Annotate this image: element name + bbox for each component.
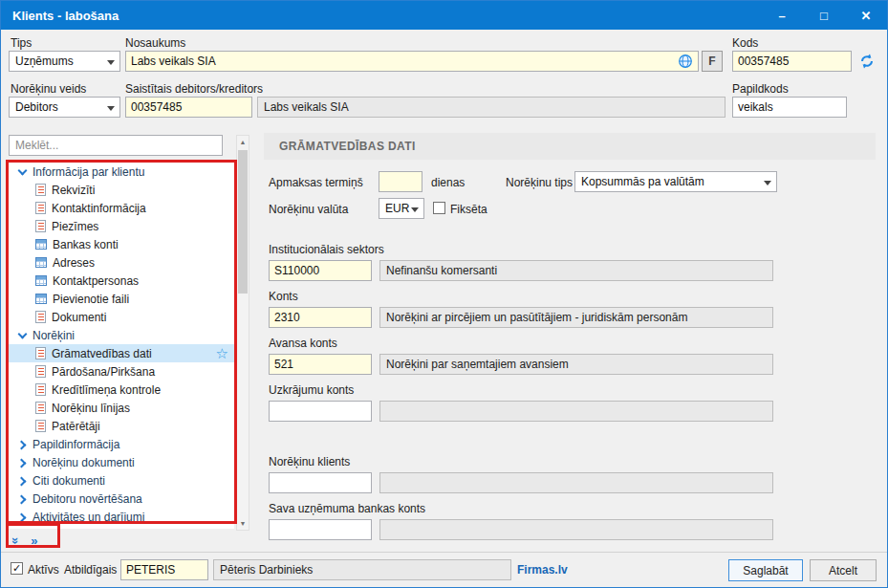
fikseta-checkbox[interactable] — [433, 202, 445, 214]
scrollbar-thumb[interactable] — [238, 150, 248, 294]
tree-item-label: Bankas konti — [53, 238, 119, 251]
tree-item-label: Norēķinu līnijas — [52, 402, 130, 415]
tree-item-informacija-par-klientu[interactable]: Informācija par klientu — [9, 163, 234, 181]
close-button[interactable]: ✕ — [845, 1, 887, 30]
norekinu-valuta-label: Norēķinu valūta — [269, 203, 348, 216]
maximize-button[interactable]: □ — [803, 1, 845, 30]
norekinu-veids-select[interactable]: Debitors — [9, 97, 120, 118]
collapse-double-chevron-right-icon[interactable]: » — [31, 534, 37, 547]
chevron-right-icon — [18, 476, 27, 485]
sektors-label: Institucionālais sektors — [269, 243, 384, 256]
tree-item-rekviziti[interactable]: Rekvizīti — [9, 181, 234, 199]
chevron-down-icon — [764, 181, 771, 185]
apmaksas-input[interactable] — [379, 171, 422, 192]
sidebar: Informācija par klientu Rekvizīti Kontak… — [9, 133, 249, 554]
bankas-konts-label: Sava uzņēmuma bankas konts — [269, 502, 425, 515]
tree-item-piezimes[interactable]: Piezīmes — [9, 217, 234, 235]
norekinu-klients-label: Norēķinu klients — [269, 455, 350, 468]
document-icon — [35, 383, 46, 396]
document-icon — [35, 365, 46, 378]
tree-item-debitoru-novertesana[interactable]: Debitoru novērtēšana — [9, 490, 234, 508]
tree-item-label: Kontaktinformācija — [52, 202, 146, 215]
tree-item-dokumenti[interactable]: Dokumenti — [9, 308, 234, 326]
minimize-button[interactable]: – — [761, 1, 803, 30]
avansa-name-field: Norēķini par saņemtajiem avansiem — [379, 354, 773, 375]
tree-item-label: Aktivitātes un darījumi — [32, 511, 144, 524]
atbildigais-code-input[interactable] — [120, 559, 208, 580]
section-title: GRĀMATVEDĪBAS DATI — [279, 140, 416, 153]
avansa-code-input[interactable] — [269, 354, 372, 375]
tree-item-pievienotie-faili[interactable]: Pievienotie faili — [9, 290, 234, 308]
norekinu-klients-name-field — [379, 472, 773, 493]
footer-divider — [1, 552, 887, 553]
tree-item-norekini[interactable]: Norēķini — [9, 326, 234, 344]
tips-value: Uzņēmums — [15, 54, 74, 68]
norekinu-klients-code-input[interactable] — [269, 472, 372, 493]
tree-item-kontaktinformacija[interactable]: Kontaktinformācija — [9, 199, 234, 217]
konts-code-input[interactable] — [269, 307, 372, 328]
tree-item-kreditlimena-kontrole[interactable]: Kredītlīmeņa kontrole — [9, 381, 234, 399]
tree-item-label: Norēķinu dokumenti — [32, 456, 135, 469]
valuta-value: EUR — [385, 202, 409, 215]
cancel-button[interactable]: Atcelt — [810, 559, 877, 581]
nosaukums-label: Nosaukums — [125, 36, 185, 50]
tree-item-gramatvedibas-dati[interactable]: Grāmatvedības dati☆ — [9, 344, 234, 362]
document-icon — [35, 420, 46, 432]
tree-item-label: Adreses — [53, 256, 95, 270]
chevron-down-icon — [411, 207, 419, 212]
nosaukums-input[interactable] — [125, 51, 699, 72]
tree-item-label: Citi dokumenti — [32, 474, 105, 488]
scroll-up-icon[interactable]: ▲ — [237, 136, 249, 148]
aktivs-checkbox[interactable]: ✓ — [11, 562, 23, 575]
tree-item-pateretaji[interactable]: Patērētāji — [9, 417, 234, 435]
save-button[interactable]: Saglabāt — [728, 559, 803, 581]
sektors-code-input[interactable] — [269, 260, 372, 281]
sektors-name-field: Nefinanšu komersanti — [379, 260, 773, 281]
table-icon — [35, 257, 47, 268]
saistitais-code-input[interactable] — [125, 97, 252, 118]
tree-item-norekinu-dokumenti[interactable]: Norēķinu dokumenti — [9, 453, 234, 471]
favorite-star-icon[interactable]: ☆ — [216, 344, 228, 362]
search-input[interactable] — [9, 135, 223, 156]
tree-item-kontaktpersonas[interactable]: Kontaktpersonas — [9, 272, 234, 290]
kods-input[interactable] — [732, 51, 852, 72]
scroll-down-icon[interactable]: ▼ — [237, 517, 249, 530]
chevron-right-icon — [18, 494, 27, 503]
uzkrajumu-code-input[interactable] — [269, 401, 372, 422]
valuta-select[interactable]: EUR — [379, 198, 424, 219]
client-edit-window: Klients - labošana – □ ✕ Tips Nosaukums … — [0, 0, 888, 588]
tree-item-pardosana-pirksana[interactable]: Pārdošana/Pirkšana — [9, 362, 234, 381]
tree-item-label: Debitoru novērtēšana — [32, 492, 142, 506]
tree-item-papildinformacija[interactable]: Papildinformācija — [9, 435, 234, 453]
uzkrajumu-label: Uzkrājumu konts — [269, 383, 354, 397]
tree-item-label: Grāmatvedības dati — [52, 347, 152, 360]
f-button[interactable]: F — [702, 51, 723, 72]
cancel-button-label: Atcelt — [829, 564, 857, 577]
tree-footer: » » — [12, 529, 37, 552]
tree-item-label: Pārdošana/Pirkšana — [52, 365, 155, 379]
globe-icon[interactable] — [678, 54, 693, 69]
tips-select[interactable]: Uzņēmums — [9, 51, 120, 72]
tree-item-aktivitates-un-darijumi[interactable]: Aktivitātes un darījumi — [9, 508, 234, 526]
papildkods-label: Papildkods — [732, 82, 789, 96]
konts-name-field: Norēķini ar pircējiem un pasūtītājiem - … — [379, 307, 773, 328]
bankas-konts-name-field — [379, 519, 773, 540]
uzkrajumu-name-field — [379, 401, 773, 422]
tree-item-bankas-konti[interactable]: Bankas konti — [9, 235, 234, 253]
tree-item-norekinu-linijas[interactable]: Norēķinu līnijas — [9, 399, 234, 417]
tree-item-label: Kredītlīmeņa kontrole — [52, 383, 161, 397]
tree-item-adreses[interactable]: Adreses — [9, 253, 234, 272]
section-header: GRĀMATVEDĪBAS DATI — [264, 133, 876, 160]
expand-all-double-chevron-down-icon[interactable]: » — [10, 536, 22, 543]
norekinu-tips-select[interactable]: Kopsummās pa valūtām — [574, 171, 777, 192]
chevron-right-icon — [18, 512, 27, 521]
tree-item-citi-dokumenti[interactable]: Citi dokumenti — [9, 471, 234, 490]
papildkods-input[interactable] — [732, 97, 847, 118]
bankas-konts-code-input[interactable] — [269, 519, 372, 540]
table-icon — [35, 275, 47, 286]
lookup-refresh-icon[interactable] — [858, 53, 876, 70]
titlebar: Klients - labošana – □ ✕ — [1, 1, 887, 30]
tree-scrollbar[interactable]: ▲ ▼ — [236, 135, 249, 531]
norekinu-veids-label: Norēķinu veids — [11, 82, 86, 96]
document-icon — [35, 202, 46, 214]
